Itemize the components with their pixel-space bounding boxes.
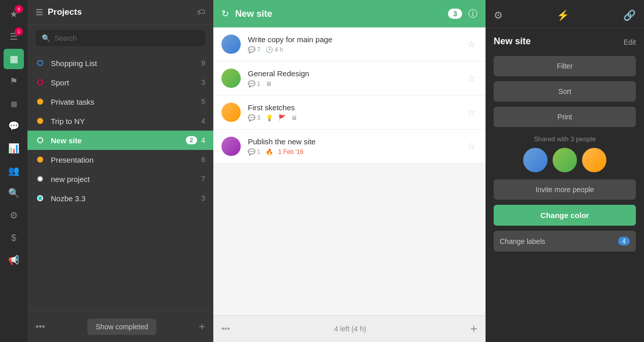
change-color-button[interactable]: Change color — [494, 205, 636, 226]
task-item-write-copy[interactable]: Write copy for main page 💬 7 🕒 4 h ☆ — [213, 27, 486, 61]
edit-button[interactable]: Edit — [624, 38, 636, 46]
task-name: General Redesign — [248, 69, 458, 78]
project-count: 3 — [201, 194, 205, 202]
flag-icon[interactable]: ⚑ — [4, 71, 24, 91]
search-input[interactable] — [54, 34, 199, 42]
project-count: 6 — [201, 156, 205, 164]
tasks-footer: ••• 4 left (4 h) + — [213, 315, 486, 342]
dollar-icon[interactable]: $ — [4, 228, 24, 248]
flag-meta: 🚩 — [278, 114, 286, 121]
task-meta: 💬 1 🔥 1 Feb '16 — [248, 148, 458, 156]
bulb-meta: 💡 — [266, 114, 273, 121]
screen-meta: 🖥 — [291, 114, 297, 121]
project-dot-red — [36, 78, 45, 87]
project-item-private-tasks[interactable]: Private tasks 5 — [27, 92, 213, 111]
project-name: Private tasks — [51, 98, 201, 106]
shared-title: Shared with 3 people — [494, 135, 636, 143]
project-item-new-project[interactable]: new project 7 — [27, 169, 213, 189]
tag-icon[interactable]: 🏷 — [197, 8, 205, 17]
refresh-icon[interactable]: ↻ — [221, 8, 229, 19]
comment-count: 💬 1 — [248, 148, 261, 156]
projects-title: ☰ Projects — [36, 7, 82, 17]
comments-icon[interactable]: 💬 — [4, 116, 24, 136]
project-item-trip-to-ny[interactable]: Trip to NY 4 — [27, 111, 213, 131]
task-item-publish-site[interactable]: Publish the new site 💬 1 🔥 1 Feb '16 ☆ — [213, 130, 486, 164]
print-button[interactable]: Print — [494, 107, 636, 127]
star-button[interactable]: ☆ — [465, 105, 477, 120]
show-completed-button[interactable]: Show completed — [87, 319, 156, 335]
screen-meta: 🖥 — [266, 80, 272, 87]
avatar — [221, 103, 241, 122]
invite-button[interactable]: Invite more people — [494, 179, 636, 200]
avatars-row — [494, 148, 636, 172]
star-button[interactable]: ☆ — [465, 139, 477, 154]
tasks-left-count: 4 left (4 h) — [334, 325, 366, 333]
task-item-first-sketches[interactable]: First sketches 💬 3 💡 🚩 🖥 ☆ — [213, 96, 486, 130]
settings-icon[interactable]: ⚙ — [4, 205, 24, 226]
project-name: Shopping List — [51, 59, 201, 68]
right-project-title: New site — [494, 36, 531, 47]
tasks-panel: ↻ New site 3 ⓘ Write copy for main page … — [213, 0, 486, 342]
task-name: Write copy for main page — [248, 35, 458, 44]
megaphone-icon[interactable]: 📢 — [4, 250, 24, 270]
search-rail-icon[interactable]: 🔍 — [4, 183, 24, 203]
projects-more-button[interactable]: ••• — [36, 322, 45, 332]
task-count-badge: 3 — [448, 9, 462, 19]
tasks-header-left: ↻ New site — [221, 8, 272, 19]
right-panel-content: New site Edit Filter Sort Print Shared w… — [486, 28, 644, 342]
change-labels-button[interactable]: Change labels 4 — [494, 231, 636, 252]
project-dot-teal — [36, 194, 45, 203]
right-project-row: New site Edit — [494, 36, 636, 48]
add-project-button[interactable]: + — [199, 320, 205, 333]
projects-footer: ••• Show completed + — [27, 311, 213, 342]
calendar-icon[interactable]: ▦ — [4, 94, 24, 114]
tasks-more-button[interactable]: ••• — [221, 324, 230, 333]
filter-button[interactable]: Filter — [494, 56, 636, 76]
shared-section: Shared with 3 people — [494, 135, 636, 172]
tasks-title: New site — [235, 9, 272, 19]
fire-meta: 🔥 — [266, 148, 273, 156]
task-meta: 💬 1 🖥 — [248, 80, 458, 87]
project-item-sport[interactable]: Sport 3 — [27, 73, 213, 92]
project-dot-white — [36, 174, 45, 183]
shared-avatar-2[interactable] — [553, 148, 577, 172]
right-panel: ⚙ ⚡ 🔗 New site Edit Filter Sort Print Sh… — [486, 0, 644, 342]
task-item-general-redesign[interactable]: General Redesign 💬 1 🖥 ☆ — [213, 61, 486, 96]
info-icon[interactable]: ⓘ — [468, 8, 477, 20]
sort-button[interactable]: Sort — [494, 81, 636, 102]
task-content: Publish the new site 💬 1 🔥 1 Feb '16 — [248, 137, 458, 156]
project-count: 3 — [201, 78, 205, 86]
projects-panel: ☰ Projects 🏷 🔍 Shopping List 9 Sport 3 — [27, 0, 213, 342]
project-item-nozbe[interactable]: Nozbe 3.3 3 — [27, 189, 213, 208]
chart-icon[interactable]: 📊 — [4, 138, 24, 159]
right-panel-header: ⚙ ⚡ 🔗 — [486, 0, 644, 28]
star-button[interactable]: ☆ — [465, 71, 477, 86]
gear-icon[interactable]: ⚙ — [494, 9, 503, 21]
tasks-list: Write copy for main page 💬 7 🕒 4 h ☆ Gen… — [213, 27, 486, 315]
labels-count-badge: 4 — [618, 237, 630, 245]
add-task-button[interactable]: + — [470, 322, 477, 336]
star-icon[interactable]: ★ 9 — [4, 4, 24, 24]
avatar — [221, 35, 241, 54]
link-icon[interactable]: 🔗 — [623, 9, 636, 21]
shared-avatar-1[interactable] — [523, 148, 548, 172]
projects-header: ☰ Projects 🏷 — [27, 0, 213, 25]
projects-list: Shopping List 9 Sport 3 Private tasks 5 … — [27, 51, 213, 311]
project-name: Presentation — [51, 156, 201, 164]
people-icon[interactable]: 👥 — [4, 161, 24, 181]
project-item-shopping-list[interactable]: Shopping List 9 — [27, 53, 213, 73]
search-box: 🔍 — [36, 30, 205, 46]
comment-count: 💬 1 — [248, 80, 261, 87]
star-button[interactable]: ☆ — [465, 37, 477, 52]
shared-avatar-3[interactable] — [582, 148, 606, 172]
tasks-header: ↻ New site 3 ⓘ — [213, 0, 486, 27]
projects-icon[interactable]: ▦ — [4, 49, 24, 69]
task-name: Publish the new site — [248, 137, 458, 146]
inbox-icon[interactable]: ☰ 1 — [4, 26, 24, 47]
project-item-new-site[interactable]: New site 2 4 — [27, 131, 213, 150]
task-content: Write copy for main page 💬 7 🕒 4 h — [248, 35, 458, 53]
comment-count: 💬 3 — [248, 114, 261, 121]
avatar — [221, 69, 241, 88]
lightning-icon[interactable]: ⚡ — [557, 9, 569, 21]
project-item-presentation[interactable]: Presentation 6 — [27, 150, 213, 169]
